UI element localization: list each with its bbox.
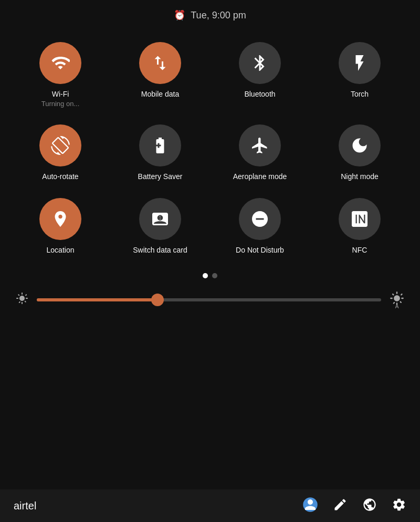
tile-night-mode-label: Night mode (341, 172, 379, 181)
nfc-icon (350, 210, 369, 228)
tile-dnd-label: Do Not Disturb (236, 245, 284, 255)
tile-battery-saver-label: Battery Saver (138, 172, 183, 181)
night-mode-icon (350, 136, 369, 155)
tile-auto-rotate-label: Auto-rotate (42, 172, 78, 181)
battery-saver-icon (151, 136, 170, 155)
tile-location-circle (39, 198, 81, 240)
quick-tiles-grid: Wi-Fi Turning on... Mobile data Bluetoot… (0, 27, 420, 263)
location-icon (51, 210, 70, 228)
tile-wifi-label: Wi-Fi (52, 89, 69, 99)
tile-switch-data-circle: 1 (139, 198, 181, 240)
tile-aeroplane[interactable]: Aeroplane mode (210, 115, 310, 189)
wifi-icon (51, 54, 70, 72)
aeroplane-icon (250, 136, 269, 155)
brightness-high-icon: A (390, 291, 404, 309)
tile-switch-data-label: Switch data card (133, 245, 187, 255)
settings-icon[interactable] (392, 497, 406, 514)
status-time: Tue, 9:00 pm (191, 10, 246, 21)
brightness-bar: A (0, 284, 420, 317)
tile-location[interactable]: Location (10, 189, 110, 262)
tile-nfc-circle (339, 198, 381, 240)
auto-rotate-icon (51, 136, 70, 155)
status-bar: ⏰ Tue, 9:00 pm (0, 0, 420, 27)
tile-aeroplane-label: Aeroplane mode (233, 172, 287, 181)
tile-torch-circle (339, 42, 381, 84)
tile-nfc-label: NFC (352, 245, 368, 255)
edit-icon[interactable] (333, 497, 348, 514)
alarm-icon: ⏰ (174, 9, 185, 21)
switch-data-icon: 1 (151, 210, 170, 228)
tile-dnd-circle (239, 198, 281, 240)
brightness-slider[interactable] (37, 298, 381, 301)
tile-auto-rotate[interactable]: Auto-rotate (10, 115, 110, 189)
brightness-low-icon (16, 292, 28, 308)
dnd-icon (250, 210, 269, 228)
globe-icon[interactable] (362, 497, 377, 514)
tile-bluetooth[interactable]: Bluetooth (210, 33, 310, 115)
brightness-thumb[interactable] (151, 294, 164, 306)
tile-mobile-data[interactable]: Mobile data (110, 33, 210, 115)
page-dot-2[interactable] (212, 273, 217, 278)
tile-mobile-data-circle (139, 42, 181, 84)
tile-battery-saver-circle (139, 124, 181, 166)
tile-aeroplane-circle (239, 124, 281, 166)
tile-bluetooth-circle (239, 42, 281, 84)
tile-wifi-sublabel: Turning on... (41, 100, 80, 108)
tile-night-mode[interactable]: Night mode (310, 115, 410, 189)
tile-torch-label: Torch (351, 89, 369, 99)
tile-bluetooth-label: Bluetooth (244, 89, 275, 99)
carrier-name: airtel (14, 500, 302, 512)
page-dots (0, 273, 420, 278)
tile-auto-rotate-circle (39, 124, 81, 166)
tile-nfc[interactable]: NFC (310, 189, 410, 262)
mobile-data-icon (151, 54, 170, 72)
brightness-fill (37, 298, 158, 301)
bottom-bar: airtel (0, 489, 420, 522)
tile-wifi[interactable]: Wi-Fi Turning on... (10, 33, 110, 115)
torch-icon (350, 54, 369, 72)
page-dot-1[interactable] (203, 273, 208, 278)
tile-switch-data[interactable]: 1 Switch data card (110, 189, 210, 262)
tile-dnd[interactable]: Do Not Disturb (210, 189, 310, 262)
svg-text:1: 1 (159, 215, 162, 221)
tile-night-mode-circle (339, 124, 381, 166)
tile-location-label: Location (47, 245, 75, 255)
tile-mobile-data-label: Mobile data (141, 89, 179, 99)
tile-battery-saver[interactable]: Battery Saver (110, 115, 210, 189)
tile-wifi-circle (39, 42, 81, 84)
tile-torch[interactable]: Torch (310, 33, 410, 115)
user-icon[interactable] (302, 497, 318, 515)
bluetooth-icon (250, 54, 269, 72)
bottom-actions (302, 497, 406, 515)
